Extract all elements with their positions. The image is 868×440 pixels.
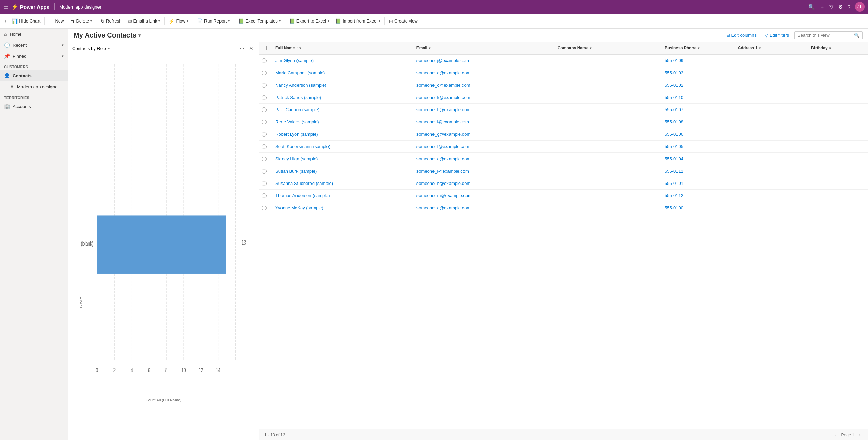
cell-fullname[interactable]: Scott Konersmann (sample) xyxy=(273,144,414,149)
cell-email[interactable]: someone_j@example.com xyxy=(414,58,555,63)
email-link-button[interactable]: ✉ Email a Link ▾ xyxy=(125,17,163,25)
run-report-button[interactable]: 📄 Run Report ▾ xyxy=(194,17,232,25)
filter-icon[interactable]: ▽ xyxy=(829,4,834,10)
row-radio[interactable] xyxy=(262,157,267,161)
settings-icon[interactable]: ⚙ xyxy=(838,4,843,10)
sidebar-item-pinned[interactable]: 📌 Pinned ▾ xyxy=(0,50,68,61)
cell-phone[interactable]: 555-0111 xyxy=(662,168,735,174)
cell-phone[interactable]: 555-0106 xyxy=(662,132,735,137)
cell-email[interactable]: someone_l@example.com xyxy=(414,168,555,174)
cell-email[interactable]: someone_e@example.com xyxy=(414,156,555,161)
cell-email[interactable]: someone_b@example.com xyxy=(414,181,555,186)
cell-fullname[interactable]: Maria Campbell (sample) xyxy=(273,70,414,75)
col-email[interactable]: Email ▾ xyxy=(414,46,555,50)
row-radio[interactable] xyxy=(262,206,267,210)
view-title-dropdown-icon[interactable]: ▾ xyxy=(138,33,141,38)
row-radio[interactable] xyxy=(262,132,267,137)
cell-fullname[interactable]: Robert Lyon (sample) xyxy=(273,132,414,137)
chart-more-button[interactable]: ⋯ xyxy=(238,45,246,52)
col-birthday[interactable]: Birthday ▾ xyxy=(808,46,868,50)
col-address-dropdown-icon[interactable]: ▾ xyxy=(759,46,761,50)
cell-phone[interactable]: 555-0112 xyxy=(662,193,735,198)
cell-fullname[interactable]: Sidney Higa (sample) xyxy=(273,156,414,161)
col-fullname-dropdown-icon[interactable]: ▾ xyxy=(299,46,301,50)
row-radio[interactable] xyxy=(262,95,267,100)
row-radio[interactable] xyxy=(262,169,267,174)
cell-fullname[interactable]: Susanna Stubberod (sample) xyxy=(273,181,414,186)
cell-fullname[interactable]: Nancy Anderson (sample) xyxy=(273,83,414,88)
cell-phone[interactable]: 555-0109 xyxy=(662,58,735,63)
row-radio[interactable] xyxy=(262,181,267,186)
cell-fullname[interactable]: Susan Burk (sample) xyxy=(273,168,414,174)
create-view-button[interactable]: ⊞ Create view xyxy=(386,17,421,25)
edit-filters-button[interactable]: ▽ Edit filters xyxy=(762,31,792,39)
cell-fullname[interactable]: Rene Valdes (sample) xyxy=(273,119,414,124)
edit-columns-button[interactable]: ⊞ Edit columns xyxy=(724,31,759,39)
cell-email[interactable]: someone_h@example.com xyxy=(414,107,555,112)
row-radio[interactable] xyxy=(262,71,267,75)
sidebar-item-modern-app-designer[interactable]: 🖥 Modern app designe... xyxy=(0,81,68,92)
next-page-button[interactable]: › xyxy=(857,431,863,438)
cell-phone[interactable]: 555-0104 xyxy=(662,156,735,161)
bar-blank[interactable] xyxy=(97,215,226,274)
col-company-dropdown-icon[interactable]: ▾ xyxy=(590,46,591,50)
sidebar-item-contacts[interactable]: 👤 Contacts xyxy=(0,70,68,81)
col-company[interactable]: Company Name ▾ xyxy=(555,46,662,50)
refresh-button[interactable]: ↻ Refresh xyxy=(98,17,124,25)
cell-email[interactable]: someone_k@example.com xyxy=(414,95,555,100)
cell-fullname[interactable]: Paul Cannon (sample) xyxy=(273,107,414,112)
hamburger-icon[interactable]: ☰ xyxy=(3,4,8,10)
help-icon[interactable]: ? xyxy=(848,4,850,10)
row-radio[interactable] xyxy=(262,58,267,63)
prev-page-button[interactable]: ‹ xyxy=(833,431,838,438)
cell-fullname[interactable]: Patrick Sands (sample) xyxy=(273,95,414,100)
cell-phone[interactable]: 555-0105 xyxy=(662,144,735,149)
cell-phone[interactable]: 555-0101 xyxy=(662,181,735,186)
chart-panel-dropdown-icon[interactable]: ▾ xyxy=(108,46,110,51)
col-fullname[interactable]: Full Name ↑ ▾ xyxy=(273,46,414,50)
select-all-checkbox[interactable] xyxy=(262,46,267,50)
row-radio[interactable] xyxy=(262,83,267,88)
cell-phone[interactable]: 555-0102 xyxy=(662,83,735,88)
back-button[interactable]: ‹ xyxy=(3,17,9,26)
export-excel-button[interactable]: 📗 Export to Excel ▾ xyxy=(287,17,332,25)
cell-phone[interactable]: 555-0107 xyxy=(662,107,735,112)
flow-button[interactable]: ⚡ Flow ▾ xyxy=(166,17,191,25)
sidebar-item-recent[interactable]: 🕐 Recent ▾ xyxy=(0,40,68,50)
cell-fullname[interactable]: Jim Glynn (sample) xyxy=(273,58,414,63)
cell-phone[interactable]: 555-0108 xyxy=(662,119,735,124)
cell-email[interactable]: someone_i@example.com xyxy=(414,119,555,124)
sidebar-item-accounts[interactable]: 🏢 Accounts xyxy=(0,101,68,112)
cell-email[interactable]: someone_f@example.com xyxy=(414,144,555,149)
cell-fullname[interactable]: Yvonne McKay (sample) xyxy=(273,205,414,210)
row-radio[interactable] xyxy=(262,193,267,198)
row-radio[interactable] xyxy=(262,144,267,149)
add-icon[interactable]: ＋ xyxy=(820,4,825,10)
cell-fullname[interactable]: Thomas Andersen (sample) xyxy=(273,193,414,198)
cell-phone[interactable]: 555-0100 xyxy=(662,205,735,210)
col-phone[interactable]: Business Phone ▾ xyxy=(662,46,735,50)
cell-phone[interactable]: 555-0110 xyxy=(662,95,735,100)
avatar[interactable]: JL xyxy=(855,2,865,12)
cell-email[interactable]: someone_d@example.com xyxy=(414,70,555,75)
col-phone-dropdown-icon[interactable]: ▾ xyxy=(698,46,699,50)
cell-email[interactable]: someone_m@example.com xyxy=(414,193,555,198)
excel-templates-button[interactable]: 📗 Excel Templates ▾ xyxy=(235,17,283,25)
sidebar-item-home[interactable]: ⌂ Home xyxy=(0,29,68,40)
row-radio[interactable] xyxy=(262,107,267,112)
cell-email[interactable]: someone_a@example.com xyxy=(414,205,555,210)
cell-email[interactable]: someone_g@example.com xyxy=(414,132,555,137)
import-excel-button[interactable]: 📗 Import from Excel ▾ xyxy=(333,17,383,25)
col-birthday-dropdown-icon[interactable]: ▾ xyxy=(829,46,831,50)
chart-close-button[interactable]: ✕ xyxy=(248,45,255,52)
search-icon[interactable]: 🔍 xyxy=(808,4,815,10)
hide-chart-button[interactable]: 📊 Hide Chart xyxy=(9,17,43,25)
col-email-dropdown-icon[interactable]: ▾ xyxy=(429,46,430,50)
row-radio[interactable] xyxy=(262,120,267,124)
cell-email[interactable]: someone_c@example.com xyxy=(414,83,555,88)
col-address[interactable]: Address 1 ▾ xyxy=(735,46,808,50)
search-input[interactable] xyxy=(797,33,853,38)
new-button[interactable]: ＋ New xyxy=(46,17,66,26)
delete-button[interactable]: 🗑 Delete ▾ xyxy=(67,17,95,25)
cell-phone[interactable]: 555-0103 xyxy=(662,70,735,75)
